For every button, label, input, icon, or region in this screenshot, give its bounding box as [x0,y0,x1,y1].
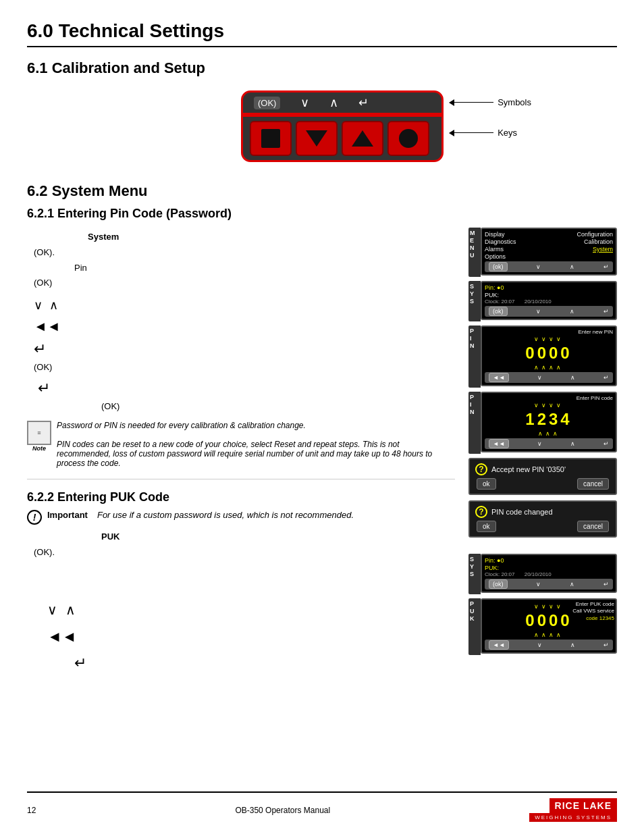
puk2-rewind-btn[interactable]: ◄◄ [489,640,509,650]
puk-enter-symbol: ↵ [74,651,455,675]
sidebar-i4: I [470,401,479,408]
screen3-down: ∨ [537,374,542,381]
pin-big-digits2: 1234 [525,410,572,429]
instructions-621: System (OK). Pin (OK) ∨ ∧ ◄◄ ↵ (OK) ↵ (O… [34,230,455,414]
up-arrow-symbol: ∧ [49,296,58,315]
puk1-date: 20/10/2010 [525,571,552,577]
puk2-up: ∧ [570,642,575,648]
puk1-pin-row: Pin: ●0 [485,557,613,564]
screen2-ok-bar: (ok) ∨ ∧ ↵ [485,306,613,317]
diagram-wrap: (OK) ∨ ∧ ↵ Symbols [241,90,444,162]
key-down-btn[interactable] [296,121,338,156]
key-circle-btn[interactable] [387,121,429,156]
rl-logo-top: RICE LAKE [549,798,617,813]
dialog2-cancel-btn[interactable]: cancel [577,521,609,532]
enter-symbol2: ↵ [38,376,455,400]
step-system: System [88,230,455,244]
step-puk: PUK [101,530,455,544]
pin-digits-block: ∨∨∨∨ 0000 ∧∧∧∧ [485,336,613,371]
screen2-enter: ↵ [603,308,609,315]
note-text-block: Password or PIN is needed for every cali… [57,421,455,468]
sidebar-s2: S [470,298,479,305]
puk1-ok-btn[interactable]: (ok) [489,579,508,589]
symbols-label-line: Symbols [453,97,531,107]
spacer-622 [468,543,617,550]
screen3-ok-bar: ◄◄ ∨ ∧ ↵ [485,372,613,383]
section-62-title: 6.2 System Menu [27,182,617,200]
screen4-enter: ↵ [603,440,609,447]
key-row [241,115,444,162]
puk1-puk-row: PUK: [485,564,613,571]
enter-symbol-large: ↵ [34,337,455,361]
screen1: Display Configuration Diagnostics Calibr… [481,228,617,276]
right-col: M E N U Display Configuration Diagnostic… [468,226,617,679]
screen4-up: ∧ [570,440,575,447]
clock-label: Clock: 20:07 [485,298,514,305]
sidebar-u: U [470,252,479,259]
up-down-arrows: ∨ ∧ [34,296,455,315]
puk-up-arrow: ∧ [65,599,76,621]
divider [27,479,455,479]
rewind-symbol: ◄◄ [34,315,455,337]
key-down-icon [306,130,327,147]
pin-label: Pin: ●0 [485,284,504,291]
dialog1-btns: ok cancel [475,478,610,490]
puk2-code-label: code 12345 [572,615,614,622]
screen3-rewind-btn[interactable]: ◄◄ [489,373,509,382]
dialog1-ok-btn[interactable]: ok [477,478,496,490]
screen1-ok-bar: (ok) ∨ ∧ ↵ [485,261,613,272]
step-ok-puk: (OK). [34,546,455,560]
key-up-btn[interactable] [342,121,383,156]
sidebar-p4: P [470,394,479,400]
screen3-sidebar: P I N [468,325,481,388]
note-icon: ≡ [27,421,51,445]
menu-alarms: Alarms [485,246,504,253]
screen4-down: ∨ [537,440,542,447]
puk1-up: ∧ [570,581,574,588]
screen3: Enter new PIN ∨∨∨∨ 0000 ∧∧∧∧ ◄◄ ∨ ∧ ↵ [481,325,617,386]
menu-row4: Options [485,253,613,260]
note-icon-lines: ≡ [37,429,41,436]
dialog1-text: Accept new PIN '0350' [491,465,566,473]
note-box: ≡ Note Password or PIN is needed for eve… [27,421,455,468]
pin-big-digits: 0000 [525,344,572,363]
puk1-enter: ↵ [603,581,609,588]
footer-page: 12 [27,806,36,815]
sidebar-pk: K [470,615,479,622]
screen3-up: ∧ [570,374,575,381]
sidebar-sy: Y [470,563,479,570]
rice-lake-logo: RICE LAKE WEIGHING SYSTEMS [529,798,617,822]
screen1-ok-btn[interactable]: (ok) [489,262,508,271]
spacer [34,561,455,595]
sidebar-p: P [470,328,479,334]
note-text1: Password or PIN is needed for every cali… [57,421,455,430]
screen2-ok-btn[interactable]: (ok) [489,307,508,316]
check-symbol: ∨ [300,95,309,110]
screen4-wrap: P I N Enter PIN code ∨∨∨∨ 1234 ∧∧∧ ◄◄ ∨ … [468,392,617,454]
sidebar-n: N [470,244,479,251]
sidebar-i: I [470,335,479,342]
dialog2-btns: ok cancel [475,521,610,532]
keys-arrow [453,132,493,133]
puk-arrows-row: ∨ ∧ [47,599,455,621]
dialog2-row: ? PIN code changed [475,506,610,518]
step-pin: Pin [74,261,455,276]
step-ok4: (OK) [101,400,455,414]
screen2-wrap: S Y S Pin: ●0 PUK: Clock: 20:07 20/10/20… [468,281,617,321]
diagram-labels: Symbols Keys [453,97,531,138]
dialog2-ok-btn[interactable]: ok [477,521,496,532]
puk1-down: ∨ [536,581,541,588]
key-square-btn[interactable] [250,121,292,156]
screen1-wrap: M E N U Display Configuration Diagnostic… [468,228,617,277]
menu-row2: Diagnostics Calibration [485,238,613,245]
screen4-rewind-btn[interactable]: ◄◄ [489,439,509,448]
screen3-wrap: P I N Enter new PIN ∨∨∨∨ 0000 ∧∧∧∧ ◄◄ ∨ … [468,325,617,388]
puk1-ok-bar: (ok) ∨ ∧ ↵ [485,579,613,590]
menu-display: Display [485,231,505,238]
dialog1-cancel-btn[interactable]: cancel [577,478,609,490]
keyboard-diagram: (OK) ∨ ∧ ↵ Symbols [68,90,617,162]
symbols-label: Symbols [498,97,531,107]
pin-digits-block2: ∨∨∨∨ 1234 ∧∧∧ [485,402,613,437]
screen1-up: ∧ [570,263,574,270]
sidebar-y: Y [470,290,479,297]
